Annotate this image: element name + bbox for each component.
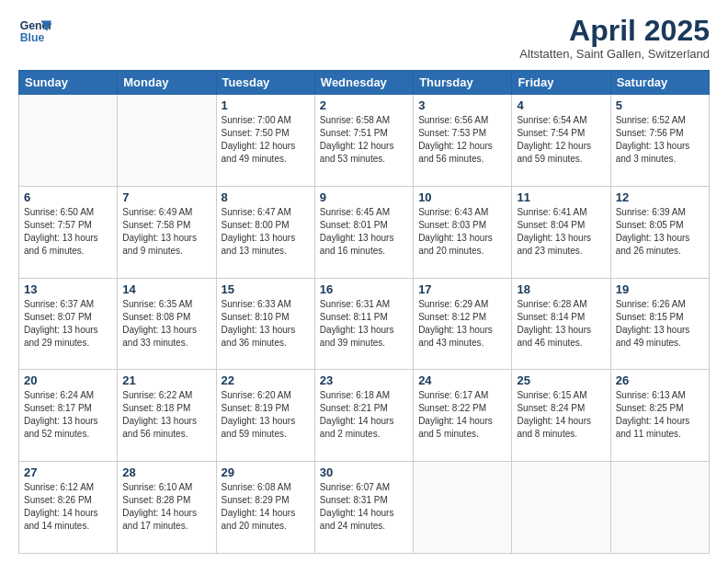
day-info: Sunrise: 6:58 AMSunset: 7:51 PMDaylight:… [320, 114, 408, 166]
day-cell [118, 95, 216, 187]
day-cell: 14Sunrise: 6:35 AMSunset: 8:08 PMDayligh… [118, 278, 216, 370]
day-info: Sunrise: 6:56 AMSunset: 7:53 PMDaylight:… [418, 114, 506, 166]
day-cell: 25Sunrise: 6:15 AMSunset: 8:24 PMDayligh… [512, 370, 610, 462]
day-cell: 8Sunrise: 6:47 AMSunset: 8:00 PMDaylight… [216, 186, 314, 278]
col-header-sunday: Sunday [19, 71, 118, 95]
day-info: Sunrise: 6:41 AMSunset: 8:04 PMDaylight:… [517, 206, 605, 258]
day-info: Sunrise: 6:49 AMSunset: 7:58 PMDaylight:… [122, 206, 210, 258]
week-row-3: 13Sunrise: 6:37 AMSunset: 8:07 PMDayligh… [19, 278, 710, 370]
day-info: Sunrise: 6:24 AMSunset: 8:17 PMDaylight:… [24, 389, 112, 441]
day-info: Sunrise: 6:37 AMSunset: 8:07 PMDaylight:… [24, 298, 112, 350]
day-number: 15 [222, 282, 310, 296]
day-info: Sunrise: 6:13 AMSunset: 8:25 PMDaylight:… [616, 389, 704, 441]
day-number: 23 [320, 373, 408, 387]
day-cell: 17Sunrise: 6:29 AMSunset: 8:12 PMDayligh… [414, 278, 512, 370]
day-info: Sunrise: 6:54 AMSunset: 7:54 PMDaylight:… [517, 114, 605, 166]
day-info: Sunrise: 6:28 AMSunset: 8:14 PMDaylight:… [517, 298, 605, 350]
day-number: 21 [122, 373, 210, 387]
day-cell: 29Sunrise: 6:08 AMSunset: 8:29 PMDayligh… [216, 462, 314, 554]
day-cell: 6Sunrise: 6:50 AMSunset: 7:57 PMDaylight… [19, 186, 118, 278]
day-number: 28 [122, 465, 210, 479]
day-number: 17 [418, 282, 506, 296]
day-info: Sunrise: 6:12 AMSunset: 8:26 PMDaylight:… [24, 481, 112, 533]
day-number: 4 [517, 98, 605, 112]
day-info: Sunrise: 6:17 AMSunset: 8:22 PMDaylight:… [418, 389, 506, 441]
logo-icon: General Blue [18, 15, 51, 48]
day-number: 22 [222, 373, 310, 387]
day-cell: 1Sunrise: 7:00 AMSunset: 7:50 PMDaylight… [216, 95, 314, 187]
day-cell: 16Sunrise: 6:31 AMSunset: 8:11 PMDayligh… [314, 278, 413, 370]
day-number: 2 [320, 98, 408, 112]
col-header-friday: Friday [512, 71, 610, 95]
day-info: Sunrise: 6:22 AMSunset: 8:18 PMDaylight:… [122, 389, 210, 441]
day-cell: 11Sunrise: 6:41 AMSunset: 8:04 PMDayligh… [512, 186, 610, 278]
day-info: Sunrise: 6:10 AMSunset: 8:28 PMDaylight:… [122, 481, 210, 533]
day-info: Sunrise: 6:29 AMSunset: 8:12 PMDaylight:… [418, 298, 506, 350]
day-cell [512, 462, 610, 554]
day-cell: 2Sunrise: 6:58 AMSunset: 7:51 PMDaylight… [314, 95, 413, 187]
day-cell [610, 462, 709, 554]
day-number: 25 [517, 373, 605, 387]
logo: General Blue [18, 15, 51, 48]
day-info: Sunrise: 6:31 AMSunset: 8:11 PMDaylight:… [320, 298, 408, 350]
day-info: Sunrise: 6:15 AMSunset: 8:24 PMDaylight:… [517, 389, 605, 441]
day-cell: 13Sunrise: 6:37 AMSunset: 8:07 PMDayligh… [19, 278, 118, 370]
day-number: 1 [222, 98, 310, 112]
day-info: Sunrise: 6:43 AMSunset: 8:03 PMDaylight:… [418, 206, 506, 258]
day-number: 16 [320, 282, 408, 296]
day-number: 9 [320, 190, 408, 204]
title-block: April 2025 Altstatten, Saint Gallen, Swi… [519, 15, 710, 61]
day-number: 3 [418, 98, 506, 112]
day-number: 27 [24, 465, 112, 479]
col-header-saturday: Saturday [610, 71, 709, 95]
day-cell [414, 462, 512, 554]
day-cell: 12Sunrise: 6:39 AMSunset: 8:05 PMDayligh… [610, 186, 709, 278]
day-info: Sunrise: 6:52 AMSunset: 7:56 PMDaylight:… [616, 114, 704, 166]
day-cell: 21Sunrise: 6:22 AMSunset: 8:18 PMDayligh… [118, 370, 216, 462]
calendar-table: SundayMondayTuesdayWednesdayThursdayFrid… [18, 70, 710, 554]
day-info: Sunrise: 6:50 AMSunset: 7:57 PMDaylight:… [24, 206, 112, 258]
day-cell: 30Sunrise: 6:07 AMSunset: 8:31 PMDayligh… [314, 462, 413, 554]
col-header-wednesday: Wednesday [314, 71, 413, 95]
day-number: 7 [122, 190, 210, 204]
day-cell: 22Sunrise: 6:20 AMSunset: 8:19 PMDayligh… [216, 370, 314, 462]
col-header-tuesday: Tuesday [216, 71, 314, 95]
week-row-4: 20Sunrise: 6:24 AMSunset: 8:17 PMDayligh… [19, 370, 710, 462]
day-cell [19, 95, 118, 187]
header: General Blue April 2025 Altstatten, Sain… [18, 15, 710, 61]
day-cell: 3Sunrise: 6:56 AMSunset: 7:53 PMDaylight… [414, 95, 512, 187]
day-info: Sunrise: 7:00 AMSunset: 7:50 PMDaylight:… [222, 114, 310, 166]
day-info: Sunrise: 6:20 AMSunset: 8:19 PMDaylight:… [222, 389, 310, 441]
day-cell: 26Sunrise: 6:13 AMSunset: 8:25 PMDayligh… [610, 370, 709, 462]
day-info: Sunrise: 6:18 AMSunset: 8:21 PMDaylight:… [320, 389, 408, 441]
day-info: Sunrise: 6:35 AMSunset: 8:08 PMDaylight:… [122, 298, 210, 350]
day-number: 11 [517, 190, 605, 204]
day-cell: 24Sunrise: 6:17 AMSunset: 8:22 PMDayligh… [414, 370, 512, 462]
day-cell: 27Sunrise: 6:12 AMSunset: 8:26 PMDayligh… [19, 462, 118, 554]
day-info: Sunrise: 6:07 AMSunset: 8:31 PMDaylight:… [320, 481, 408, 533]
day-number: 29 [222, 465, 310, 479]
day-cell: 18Sunrise: 6:28 AMSunset: 8:14 PMDayligh… [512, 278, 610, 370]
location-subtitle: Altstatten, Saint Gallen, Switzerland [519, 47, 710, 61]
day-cell: 4Sunrise: 6:54 AMSunset: 7:54 PMDaylight… [512, 95, 610, 187]
day-cell: 7Sunrise: 6:49 AMSunset: 7:58 PMDaylight… [118, 186, 216, 278]
day-cell: 19Sunrise: 6:26 AMSunset: 8:15 PMDayligh… [610, 278, 709, 370]
day-number: 6 [24, 190, 112, 204]
day-number: 13 [24, 282, 112, 296]
col-header-thursday: Thursday [414, 71, 512, 95]
page: General Blue April 2025 Altstatten, Sain… [0, 0, 728, 563]
day-cell: 9Sunrise: 6:45 AMSunset: 8:01 PMDaylight… [314, 186, 413, 278]
day-header-row: SundayMondayTuesdayWednesdayThursdayFrid… [19, 71, 710, 95]
day-cell: 23Sunrise: 6:18 AMSunset: 8:21 PMDayligh… [314, 370, 413, 462]
day-number: 12 [616, 190, 704, 204]
day-cell: 5Sunrise: 6:52 AMSunset: 7:56 PMDaylight… [610, 95, 709, 187]
day-number: 26 [616, 373, 704, 387]
day-cell: 20Sunrise: 6:24 AMSunset: 8:17 PMDayligh… [19, 370, 118, 462]
day-number: 8 [222, 190, 310, 204]
day-info: Sunrise: 6:45 AMSunset: 8:01 PMDaylight:… [320, 206, 408, 258]
day-cell: 28Sunrise: 6:10 AMSunset: 8:28 PMDayligh… [118, 462, 216, 554]
day-number: 18 [517, 282, 605, 296]
week-row-2: 6Sunrise: 6:50 AMSunset: 7:57 PMDaylight… [19, 186, 710, 278]
day-number: 14 [122, 282, 210, 296]
day-info: Sunrise: 6:47 AMSunset: 8:00 PMDaylight:… [222, 206, 310, 258]
